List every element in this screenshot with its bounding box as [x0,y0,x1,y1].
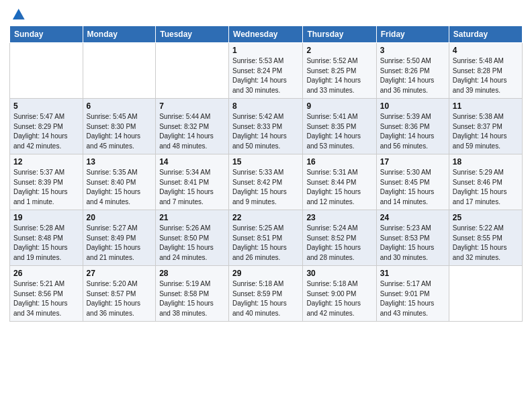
day-info: Sunrise: 5:23 AM Sunset: 8:53 PM Dayligh… [380,224,445,263]
weekday-header-friday: Friday [376,26,449,43]
day-number: 16 [306,157,372,167]
day-info: Sunrise: 5:24 AM Sunset: 8:52 PM Dayligh… [306,224,372,263]
day-info: Sunrise: 5:50 AM Sunset: 8:26 PM Dayligh… [380,56,445,95]
day-number: 15 [232,157,299,167]
day-number: 8 [232,101,299,111]
logo-icon [11,7,26,21]
day-info: Sunrise: 5:38 AM Sunset: 8:37 PM Dayligh… [453,112,519,151]
calendar-cell [83,43,156,99]
page: SundayMondayTuesdayWednesdayThursdayFrid… [0,0,532,411]
calendar-cell: 8Sunrise: 5:42 AM Sunset: 8:33 PM Daylig… [229,99,303,154]
day-number: 20 [87,213,152,222]
logo [9,7,26,21]
day-info: Sunrise: 5:31 AM Sunset: 8:44 PM Dayligh… [306,168,372,207]
day-info: Sunrise: 5:17 AM Sunset: 9:01 PM Dayligh… [380,279,445,318]
day-info: Sunrise: 5:39 AM Sunset: 8:36 PM Dayligh… [380,112,445,151]
day-number: 5 [13,101,79,111]
day-number: 11 [453,101,519,111]
calendar-cell: 13Sunrise: 5:35 AM Sunset: 8:40 PM Dayli… [83,154,156,210]
day-number: 27 [87,269,152,278]
day-number: 9 [306,101,372,111]
weekday-header-tuesday: Tuesday [156,26,229,43]
calendar-week-row: 1Sunrise: 5:53 AM Sunset: 8:24 PM Daylig… [10,43,523,99]
weekday-header-wednesday: Wednesday [229,26,303,43]
calendar-cell: 16Sunrise: 5:31 AM Sunset: 8:44 PM Dayli… [303,154,376,210]
day-info: Sunrise: 5:52 AM Sunset: 8:25 PM Dayligh… [306,56,372,95]
day-number: 22 [232,213,299,222]
day-number: 19 [13,213,79,222]
calendar-cell: 28Sunrise: 5:19 AM Sunset: 8:58 PM Dayli… [156,266,229,322]
calendar-cell: 12Sunrise: 5:37 AM Sunset: 8:39 PM Dayli… [10,154,83,210]
day-info: Sunrise: 5:25 AM Sunset: 8:51 PM Dayligh… [232,224,299,263]
weekday-header-saturday: Saturday [449,26,522,43]
calendar-cell: 14Sunrise: 5:34 AM Sunset: 8:41 PM Dayli… [156,154,229,210]
calendar-week-row: 26Sunrise: 5:21 AM Sunset: 8:56 PM Dayli… [10,266,523,322]
day-info: Sunrise: 5:27 AM Sunset: 8:49 PM Dayligh… [87,224,152,263]
day-info: Sunrise: 5:41 AM Sunset: 8:35 PM Dayligh… [306,112,372,151]
calendar-cell: 25Sunrise: 5:22 AM Sunset: 8:55 PM Dayli… [449,210,522,266]
weekday-header-monday: Monday [83,26,156,43]
day-number: 14 [159,157,225,167]
day-number: 23 [306,213,372,222]
calendar-week-row: 12Sunrise: 5:37 AM Sunset: 8:39 PM Dayli… [10,154,523,210]
calendar-cell: 29Sunrise: 5:18 AM Sunset: 8:59 PM Dayli… [229,266,303,322]
calendar-cell: 1Sunrise: 5:53 AM Sunset: 8:24 PM Daylig… [229,43,303,99]
day-info: Sunrise: 5:35 AM Sunset: 8:40 PM Dayligh… [87,168,152,207]
calendar-header-row: SundayMondayTuesdayWednesdayThursdayFrid… [10,26,523,43]
day-number: 29 [232,269,299,278]
day-number: 17 [380,157,445,167]
calendar-cell: 4Sunrise: 5:48 AM Sunset: 8:28 PM Daylig… [449,43,522,99]
day-number: 1 [232,46,299,55]
day-info: Sunrise: 5:18 AM Sunset: 9:00 PM Dayligh… [306,279,372,318]
day-info: Sunrise: 5:34 AM Sunset: 8:41 PM Dayligh… [159,168,225,207]
day-number: 24 [380,213,445,222]
calendar-cell [449,266,522,322]
calendar-cell: 22Sunrise: 5:25 AM Sunset: 8:51 PM Dayli… [229,210,303,266]
calendar-cell: 5Sunrise: 5:47 AM Sunset: 8:29 PM Daylig… [10,99,83,154]
day-info: Sunrise: 5:33 AM Sunset: 8:42 PM Dayligh… [232,168,299,207]
calendar-cell: 21Sunrise: 5:26 AM Sunset: 8:50 PM Dayli… [156,210,229,266]
calendar-cell: 11Sunrise: 5:38 AM Sunset: 8:37 PM Dayli… [449,99,522,154]
day-info: Sunrise: 5:44 AM Sunset: 8:32 PM Dayligh… [159,112,225,151]
day-number: 21 [159,213,225,222]
calendar-week-row: 19Sunrise: 5:28 AM Sunset: 8:48 PM Dayli… [10,210,523,266]
day-number: 26 [13,269,79,278]
header [9,7,523,21]
day-info: Sunrise: 5:19 AM Sunset: 8:58 PM Dayligh… [159,279,225,318]
day-info: Sunrise: 5:28 AM Sunset: 8:48 PM Dayligh… [13,224,79,263]
day-info: Sunrise: 5:47 AM Sunset: 8:29 PM Dayligh… [13,112,79,151]
day-number: 2 [306,46,372,55]
day-info: Sunrise: 5:37 AM Sunset: 8:39 PM Dayligh… [13,168,79,207]
day-number: 7 [159,101,225,111]
day-info: Sunrise: 5:45 AM Sunset: 8:30 PM Dayligh… [87,112,152,151]
calendar-cell: 19Sunrise: 5:28 AM Sunset: 8:48 PM Dayli… [10,210,83,266]
calendar-cell: 15Sunrise: 5:33 AM Sunset: 8:42 PM Dayli… [229,154,303,210]
day-info: Sunrise: 5:48 AM Sunset: 8:28 PM Dayligh… [453,56,519,95]
weekday-header-sunday: Sunday [10,26,83,43]
day-info: Sunrise: 5:20 AM Sunset: 8:57 PM Dayligh… [87,279,152,318]
day-number: 13 [87,157,152,167]
calendar-cell: 18Sunrise: 5:29 AM Sunset: 8:46 PM Dayli… [449,154,522,210]
calendar-cell: 24Sunrise: 5:23 AM Sunset: 8:53 PM Dayli… [376,210,449,266]
day-number: 6 [87,101,152,111]
calendar-cell: 31Sunrise: 5:17 AM Sunset: 9:01 PM Dayli… [376,266,449,322]
calendar-cell: 3Sunrise: 5:50 AM Sunset: 8:26 PM Daylig… [376,43,449,99]
calendar-cell: 2Sunrise: 5:52 AM Sunset: 8:25 PM Daylig… [303,43,376,99]
calendar-cell: 20Sunrise: 5:27 AM Sunset: 8:49 PM Dayli… [83,210,156,266]
day-info: Sunrise: 5:29 AM Sunset: 8:46 PM Dayligh… [453,168,519,207]
calendar-cell: 26Sunrise: 5:21 AM Sunset: 8:56 PM Dayli… [10,266,83,322]
calendar-cell: 6Sunrise: 5:45 AM Sunset: 8:30 PM Daylig… [83,99,156,154]
day-number: 12 [13,157,79,167]
calendar-cell: 17Sunrise: 5:30 AM Sunset: 8:45 PM Dayli… [376,154,449,210]
day-number: 28 [159,269,225,278]
calendar-cell: 27Sunrise: 5:20 AM Sunset: 8:57 PM Dayli… [83,266,156,322]
day-info: Sunrise: 5:18 AM Sunset: 8:59 PM Dayligh… [232,279,299,318]
day-number: 3 [380,46,445,55]
calendar-cell: 23Sunrise: 5:24 AM Sunset: 8:52 PM Dayli… [303,210,376,266]
day-number: 18 [453,157,519,167]
day-info: Sunrise: 5:26 AM Sunset: 8:50 PM Dayligh… [159,224,225,263]
day-number: 30 [306,269,372,278]
calendar-table: SundayMondayTuesdayWednesdayThursdayFrid… [9,26,523,322]
calendar-cell: 10Sunrise: 5:39 AM Sunset: 8:36 PM Dayli… [376,99,449,154]
calendar-cell: 30Sunrise: 5:18 AM Sunset: 9:00 PM Dayli… [303,266,376,322]
